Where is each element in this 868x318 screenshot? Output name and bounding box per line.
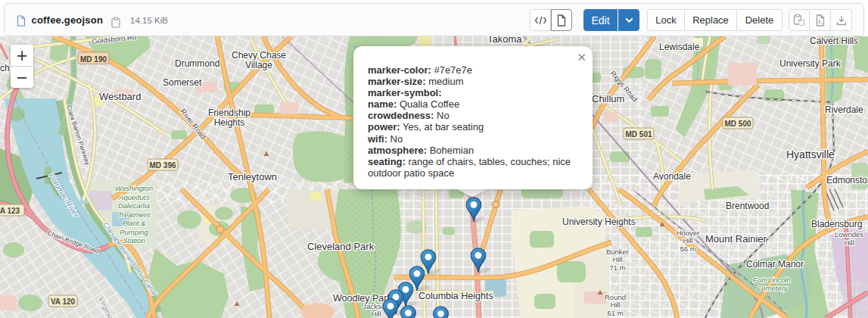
svg-text:Plant &: Plant & <box>123 219 146 227</box>
svg-text:A 123: A 123 <box>0 207 20 215</box>
svg-text:University Heights: University Heights <box>562 217 636 227</box>
svg-text:Hill: Hill <box>683 236 692 245</box>
svg-text:56 m: 56 m <box>680 245 695 253</box>
svg-text:Heights: Heights <box>214 117 245 128</box>
svg-text:Riverdale: Riverdale <box>825 104 863 115</box>
svg-text:Hill: Hill <box>612 255 622 263</box>
svg-text:MD 501: MD 501 <box>625 130 652 139</box>
svg-text:71 m: 71 m <box>609 263 625 272</box>
svg-text:VA 120: VA 120 <box>51 298 76 306</box>
svg-text:Lewisdale: Lewisdale <box>659 42 700 52</box>
svg-text:Somerset: Somerset <box>163 77 202 88</box>
svg-text:Brentwood: Brentwood <box>726 201 769 211</box>
svg-text:Hyattsville: Hyattsville <box>786 148 835 161</box>
svg-text:MD 500: MD 500 <box>724 120 751 128</box>
svg-text:Village: Village <box>245 60 272 70</box>
svg-text:Columbia Heights: Columbia Heights <box>418 291 493 301</box>
svg-text:Dalecarlia: Dalecarlia <box>118 201 150 210</box>
svg-text:Cemetery: Cemetery <box>756 284 788 292</box>
svg-text:Takoma: Takoma <box>487 36 522 45</box>
svg-text:Pumping: Pumping <box>120 228 148 236</box>
svg-text:MD 190: MD 190 <box>80 55 107 64</box>
svg-text:Fort Lincoln: Fort Lincoln <box>753 276 791 284</box>
svg-text:Station: Station <box>123 236 145 245</box>
svg-text:Westbard: Westbard <box>99 91 141 102</box>
svg-text:Hill: Hill <box>844 238 854 247</box>
svg-text:Colmar Manor: Colmar Manor <box>746 259 804 270</box>
svg-text:61 m: 61 m <box>607 309 623 317</box>
svg-text:Calvert Hills: Calvert Hills <box>810 36 858 46</box>
svg-text:ch: ch <box>0 63 10 73</box>
svg-text:Chevy Chase: Chevy Chase <box>232 50 286 61</box>
svg-text:Chillum: Chillum <box>592 93 624 104</box>
svg-text:Friendship: Friendship <box>208 108 250 118</box>
svg-text:Edmonston: Edmonston <box>826 175 868 186</box>
svg-text:Cleveland Park: Cleveland Park <box>307 241 375 252</box>
svg-text:Avondale: Avondale <box>653 171 691 182</box>
svg-text:Washington: Washington <box>115 184 153 192</box>
svg-text:Hill: Hill <box>610 301 620 309</box>
svg-text:Tenleytown: Tenleytown <box>228 171 277 182</box>
svg-text:Mount Rainier: Mount Rainier <box>705 233 767 245</box>
svg-text:University Park: University Park <box>779 58 842 69</box>
svg-text:Drummond: Drummond <box>175 58 219 69</box>
svg-text:Hill: Hill <box>371 310 381 318</box>
svg-text:MD 396: MD 396 <box>149 161 176 170</box>
svg-text:Treatment: Treatment <box>118 210 151 219</box>
svg-text:Bladensburg: Bladensburg <box>811 219 862 229</box>
svg-text:Aqueduct: Aqueduct <box>118 193 150 201</box>
svg-text:Lowndes: Lowndes <box>835 230 863 238</box>
